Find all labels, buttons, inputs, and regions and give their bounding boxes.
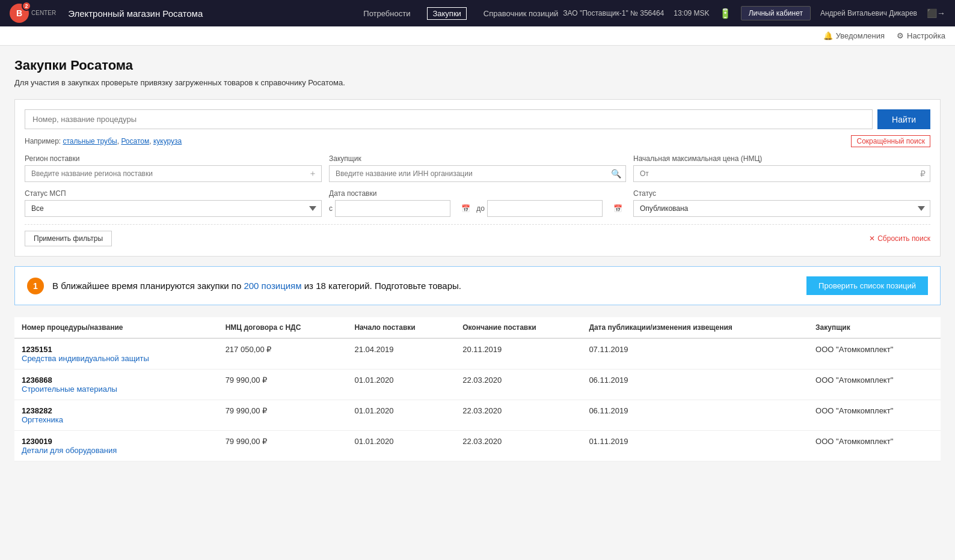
main-content: Закупки Росатома Для участия в закупках …: [0, 46, 955, 473]
supplier-label: Закупщик: [329, 154, 626, 163]
col-procedure: Номер процедуры/название: [14, 317, 218, 338]
banner-link[interactable]: 200 позициям: [244, 281, 301, 291]
status-label: Статус: [633, 189, 930, 198]
check-positions-button[interactable]: Проверить список позиций: [806, 276, 928, 295]
logo-center-text: CENTER: [31, 10, 56, 17]
search-button[interactable]: Найти: [877, 109, 930, 129]
cell-pubdate-1: 06.11.2019: [582, 370, 808, 400]
cell-price-2: 79 990,00 ₽: [218, 400, 348, 431]
hint-link-3[interactable]: кукуруза: [153, 137, 182, 145]
notifications-btn[interactable]: 🔔 Уведомления: [823, 31, 885, 40]
cell-price-0: 217 050,00 ₽: [218, 338, 348, 370]
cell-pubdate-2: 06.11.2019: [582, 400, 808, 431]
col-start: Начало поставки: [347, 317, 455, 338]
cell-procedure-0: 1235151 Средства индивидуальной защиты: [14, 338, 218, 370]
main-header: B 2 CENTER Электронный магазин Росатома …: [0, 0, 955, 26]
cell-price-3: 79 990,00 ₽: [218, 431, 348, 461]
search-panel: Найти Например: стальные трубы, Росатом,…: [14, 99, 941, 257]
time-display: 13:09 MSK: [674, 9, 709, 17]
main-nav: Потребности Закупки Справочник позиций: [358, 7, 563, 20]
price-value-3: 79 990,00 ₽: [226, 437, 267, 446]
page-title: Закупки Росатома: [14, 58, 941, 73]
proc-name-link-3[interactable]: Детали для оборудования: [22, 446, 117, 455]
proc-number-3: 1230019: [22, 437, 211, 446]
settings-btn[interactable]: ⚙ Настройка: [897, 31, 945, 40]
col-end: Окончание поставки: [455, 317, 582, 338]
cell-end-3: 22.03.2020: [455, 431, 582, 461]
gear-icon: ⚙: [897, 31, 904, 40]
bell-icon: 🔔: [823, 31, 833, 40]
proc-name-link-2[interactable]: Оргтехника: [22, 415, 63, 424]
page-subtitle: Для участия в закупках проверьте привязк…: [14, 78, 941, 87]
price-label: Начальная максимальная цена (НМЦ): [633, 154, 930, 163]
table-header-row: Номер процедуры/название НМЦ договора с …: [14, 317, 941, 338]
nav-item-catalog[interactable]: Справочник позиций: [479, 7, 563, 20]
filter-row-2: Статус МСП Все МСП Не МСП Дата поставки …: [25, 189, 930, 217]
col-pubdate: Дата публикации/изменения извещения: [582, 317, 808, 338]
short-search-button[interactable]: Сокращённый поиск: [851, 135, 930, 147]
cell-start-0: 21.04.2019: [347, 338, 455, 370]
cell-procedure-2: 1238282 Оргтехника: [14, 400, 218, 431]
status-filter: Статус Опубликована Завершена Отменена: [633, 189, 930, 217]
cell-end-0: 20.11.2019: [455, 338, 582, 370]
status-select[interactable]: Опубликована Завершена Отменена: [633, 200, 930, 217]
plus-icon: ＋: [309, 168, 317, 179]
price-value-1: 79 990,00 ₽: [226, 376, 267, 385]
proc-name-link-0[interactable]: Средства индивидуальной защиты: [22, 354, 149, 363]
col-price: НМЦ договора с НДС: [218, 317, 348, 338]
price-input[interactable]: [633, 165, 930, 182]
cell-start-3: 01.01.2020: [347, 431, 455, 461]
search-hints: Например: стальные трубы, Росатом, кукур…: [25, 135, 930, 147]
region-filter: Регион поставки ＋: [25, 154, 322, 182]
price-value-0: 217 050,00 ₽: [226, 345, 272, 354]
header-title: Электронный магазин Росатома: [68, 8, 340, 19]
personal-cabinet-button[interactable]: Личный кабинет: [741, 6, 811, 20]
hint-link-2[interactable]: Росатом: [121, 137, 149, 145]
cell-start-2: 01.01.2020: [347, 400, 455, 431]
sub-header: 🔔 Уведомления ⚙ Настройка: [0, 26, 955, 46]
date-label: Дата поставки: [329, 189, 626, 198]
user-name: Андрей Витальевич Дикарев: [820, 9, 917, 17]
supplier-filter: Закупщик 🔍: [329, 154, 626, 182]
info-banner: 1 В ближайшее время планируются закупки …: [14, 266, 941, 305]
search-main-row: Найти: [25, 109, 930, 129]
smp-label: Статус МСП: [25, 189, 322, 198]
logo-area: B 2 CENTER: [10, 4, 56, 23]
cell-end-1: 22.03.2020: [455, 370, 582, 400]
cell-buyer-0: ООО "Атомкомплект": [808, 338, 941, 370]
hint-link-1[interactable]: стальные трубы: [63, 137, 117, 145]
battery-icon: 🔋: [719, 8, 731, 19]
date-filter: Дата поставки с 📅 до 📅: [329, 189, 626, 217]
calendar-icon-to: 📅: [613, 204, 622, 213]
banner-badge: 1: [27, 278, 44, 294]
proc-number-2: 1238282: [22, 406, 211, 415]
table-row: 1238282 Оргтехника 79 990,00 ₽ 01.01.202…: [14, 400, 941, 431]
cell-pubdate-0: 07.11.2019: [582, 338, 808, 370]
apply-filters-button[interactable]: Применить фильтры: [25, 231, 112, 246]
table-row: 1230019 Детали для оборудования 79 990,0…: [14, 431, 941, 461]
search-icon: 🔍: [611, 169, 621, 178]
supplier-input[interactable]: [329, 165, 626, 182]
region-input[interactable]: [25, 165, 322, 182]
logo-badge: 2: [22, 1, 31, 11]
cell-pubdate-3: 01.11.2019: [582, 431, 808, 461]
nav-item-purchases[interactable]: Закупки: [427, 7, 466, 20]
date-from-input[interactable]: [335, 200, 450, 217]
col-buyer: Закупщик: [808, 317, 941, 338]
smp-select[interactable]: Все МСП Не МСП: [25, 200, 322, 217]
price-value-2: 79 990,00 ₽: [226, 406, 267, 415]
header-right: ЗАО "Поставщик-1" № 356464 13:09 MSK 🔋 Л…: [563, 6, 945, 20]
reset-search-button[interactable]: ✕ Сбросить поиск: [869, 234, 930, 243]
proc-name-link-1[interactable]: Строительные материалы: [22, 385, 117, 394]
date-to-input[interactable]: [487, 200, 603, 217]
purchases-table: Номер процедуры/название НМЦ договора с …: [14, 317, 941, 461]
close-icon: ✕: [869, 234, 875, 243]
calendar-icon-from: 📅: [461, 204, 470, 213]
proc-number-0: 1235151: [22, 345, 211, 354]
search-input[interactable]: [25, 109, 873, 129]
logout-icon[interactable]: ⬛→: [927, 8, 945, 18]
nav-item-needs[interactable]: Потребности: [358, 7, 415, 20]
cell-procedure-3: 1230019 Детали для оборудования: [14, 431, 218, 461]
region-label: Регион поставки: [25, 154, 322, 163]
table-row: 1236868 Строительные материалы 79 990,00…: [14, 370, 941, 400]
